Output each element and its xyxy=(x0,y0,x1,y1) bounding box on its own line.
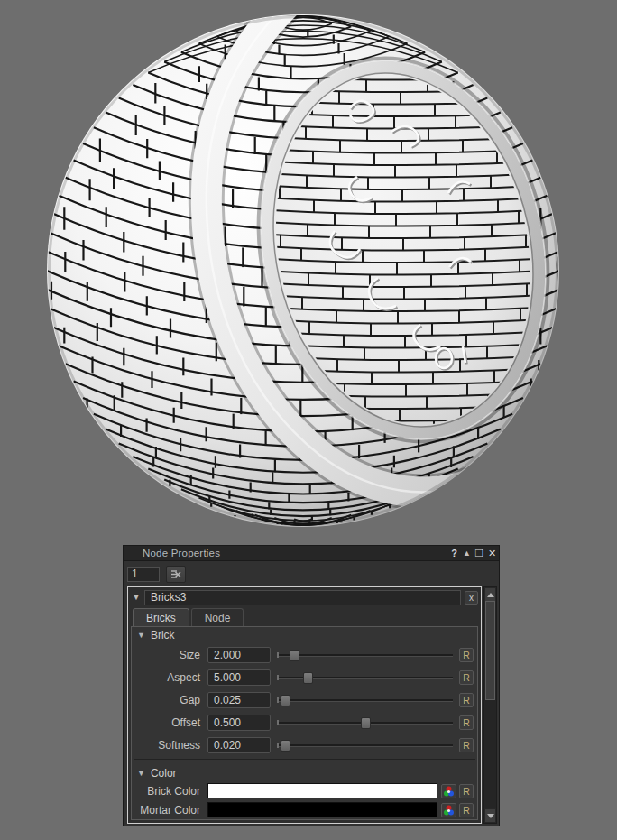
scroll-up-button[interactable] xyxy=(484,587,496,602)
mortar-color-reset-button[interactable]: R xyxy=(459,803,474,817)
slider-thumb[interactable] xyxy=(303,672,313,684)
preview-sphere xyxy=(0,0,617,559)
property-label: Offset xyxy=(132,716,207,729)
property-row-size: Size 2.000 R xyxy=(132,643,477,666)
scroll-down-icon xyxy=(487,814,494,818)
selection-count-input[interactable] xyxy=(127,567,160,582)
panel-scroll-area: ▼ Bricks3 x Bricks Node ▼ Brick Size 2.0… xyxy=(127,586,497,824)
scroll-down-button[interactable] xyxy=(484,808,496,823)
scrollbar-thumb[interactable] xyxy=(485,601,495,700)
rgb-color-icon xyxy=(443,786,455,797)
slider-thumb[interactable] xyxy=(361,717,371,729)
property-label: Brick Color xyxy=(132,785,207,798)
slider-track xyxy=(277,654,453,657)
slider-thumb[interactable] xyxy=(290,650,299,661)
collapse-icon[interactable]: ▲ xyxy=(461,547,473,559)
slider-thumb[interactable] xyxy=(281,695,290,706)
softness-slider[interactable] xyxy=(276,737,454,753)
aspect-slider[interactable] xyxy=(276,669,454,686)
mortar-color-swatch[interactable] xyxy=(207,802,437,817)
section-title: Brick xyxy=(151,629,175,642)
property-label: Aspect xyxy=(132,671,207,684)
property-row-gap: Gap 0.025 R xyxy=(132,688,477,711)
brick-color-reset-button[interactable]: R xyxy=(459,784,474,798)
property-row-aspect: Aspect 5.000 R xyxy=(132,666,477,688)
section-header-color[interactable]: ▼ Color xyxy=(132,765,477,781)
gap-value-field[interactable]: 0.025 xyxy=(207,692,271,708)
size-slider[interactable] xyxy=(276,647,454,663)
section-triangle-icon: ▼ xyxy=(137,769,145,778)
node-header: ▼ Bricks3 x xyxy=(128,587,481,607)
property-label: Softness xyxy=(132,739,207,752)
slider-endcap xyxy=(277,675,279,680)
node-group-bricks3: ▼ Bricks3 x Bricks Node ▼ Brick Size 2.0… xyxy=(127,586,482,824)
node-close-button[interactable]: x xyxy=(465,591,478,605)
tab-bar: Bricks Node xyxy=(128,608,481,627)
help-icon[interactable]: ? xyxy=(448,547,460,559)
section-title: Color xyxy=(151,767,177,780)
offset-reset-button[interactable]: R xyxy=(459,715,474,730)
node-name-field[interactable]: Bricks3 xyxy=(144,590,461,605)
close-icon[interactable]: ✕ xyxy=(486,547,498,559)
brick-color-swatch[interactable] xyxy=(207,783,437,798)
offset-slider[interactable] xyxy=(276,715,454,731)
rgb-color-icon xyxy=(443,805,455,816)
slider-endcap xyxy=(277,652,279,658)
clear-list-icon xyxy=(170,569,181,579)
node-properties-panel: Node Properties ? ▲ ❐ ✕ ▼ Bricks3 xyxy=(123,545,500,826)
tab-node[interactable]: Node xyxy=(191,608,244,627)
properties-content: ▼ Brick Size 2.000 R Aspect 5.000 xyxy=(131,626,478,820)
property-label: Size xyxy=(132,649,207,661)
viewport-3d xyxy=(0,0,617,559)
property-label: Mortar Color xyxy=(132,804,207,817)
property-row-brick-color: Brick Color R xyxy=(132,781,477,800)
section-header-brick[interactable]: ▼ Brick xyxy=(132,627,477,643)
property-row-softness: Softness 0.020 R xyxy=(132,734,477,756)
softness-value-field[interactable]: 0.020 xyxy=(207,737,271,753)
panel-titlebar[interactable]: Node Properties ? ▲ ❐ ✕ xyxy=(124,546,499,561)
tab-bricks[interactable]: Bricks xyxy=(133,608,189,627)
size-reset-button[interactable]: R xyxy=(459,648,474,662)
slider-endcap xyxy=(277,743,279,748)
mortar-color-picker-button[interactable] xyxy=(441,803,456,817)
gap-slider[interactable] xyxy=(276,692,454,708)
float-window-icon[interactable]: ❐ xyxy=(474,547,485,559)
collapse-triangle-icon[interactable]: ▼ xyxy=(128,593,144,602)
slider-track xyxy=(277,744,453,747)
panel-title: Node Properties xyxy=(124,548,448,558)
property-row-mortar-color: Mortar Color R xyxy=(132,800,477,819)
aspect-value-field[interactable]: 5.000 xyxy=(207,669,271,686)
slider-endcap xyxy=(277,720,279,725)
scroll-up-icon xyxy=(487,593,494,597)
size-value-field[interactable]: 2.000 xyxy=(207,647,271,663)
property-label: Gap xyxy=(132,694,207,706)
aspect-reset-button[interactable]: R xyxy=(459,670,474,685)
gap-reset-button[interactable]: R xyxy=(459,693,474,707)
section-triangle-icon: ▼ xyxy=(137,631,145,640)
scrollbar[interactable] xyxy=(483,586,497,824)
slider-endcap xyxy=(277,697,279,703)
slider-track xyxy=(277,699,453,702)
panel-toolbar xyxy=(124,561,499,586)
slider-thumb[interactable] xyxy=(281,740,290,752)
clear-selection-button[interactable] xyxy=(166,566,186,583)
offset-value-field[interactable]: 0.500 xyxy=(207,715,271,731)
softness-reset-button[interactable]: R xyxy=(459,738,474,752)
property-row-offset: Offset 0.500 R xyxy=(132,711,477,734)
section-divider xyxy=(134,759,475,762)
brick-color-picker-button[interactable] xyxy=(441,784,456,798)
